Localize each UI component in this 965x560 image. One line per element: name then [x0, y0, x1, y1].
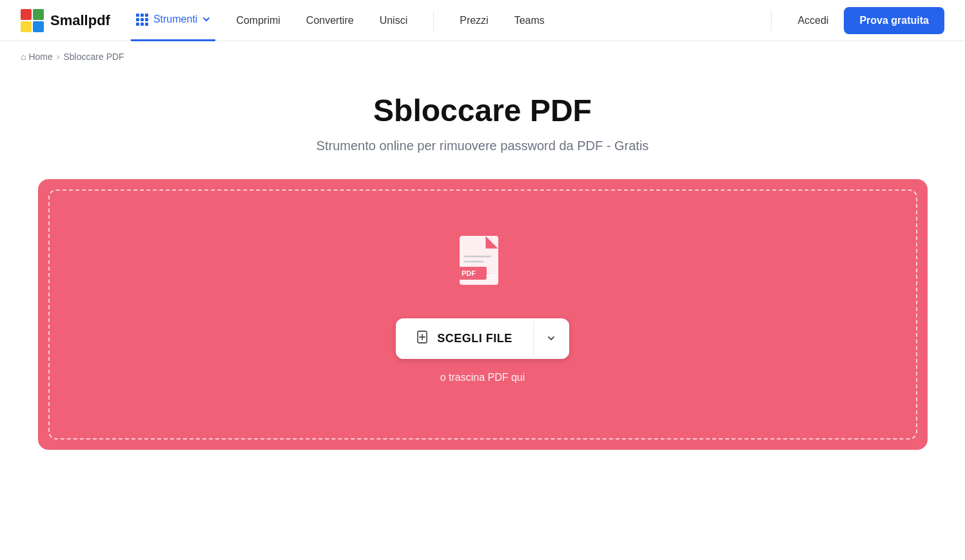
grid-icon [136, 14, 148, 26]
svg-rect-3 [33, 21, 44, 32]
svg-text:PDF: PDF [462, 269, 476, 277]
chevron-down-icon [202, 15, 210, 23]
file-button-group: SCEGLI FILE [396, 318, 569, 359]
logo-link[interactable]: Smallpdf [21, 9, 110, 32]
nav-teams[interactable]: Teams [504, 0, 555, 41]
navbar: Smallpdf Strumenti Comprimi Convertire U… [0, 0, 965, 41]
drop-zone-border [48, 189, 917, 439]
nav-strumenti[interactable]: Strumenti [131, 0, 215, 41]
drag-drop-label: o trascina PDF qui [440, 372, 525, 383]
svg-rect-1 [33, 9, 44, 20]
pdf-icon-wrapper: PDF [457, 233, 509, 298]
page-title: Sbloccare PDF [373, 93, 592, 128]
nav-accedi[interactable]: Accedi [787, 0, 839, 41]
dropdown-button[interactable] [533, 322, 569, 355]
strumenti-label: Strumenti [153, 14, 197, 25]
file-add-icon [416, 330, 431, 347]
chevron-down-icon [546, 333, 556, 343]
scegli-file-label: SCEGLI FILE [437, 332, 512, 345]
nav-comprimi[interactable]: Comprimi [226, 0, 290, 41]
prova-gratuita-button[interactable]: Prova gratuita [844, 7, 944, 34]
nav-unisci[interactable]: Unisci [369, 0, 418, 41]
svg-rect-2 [21, 21, 32, 32]
pdf-file-icon: PDF [457, 233, 509, 295]
brand-name: Smallpdf [50, 12, 110, 29]
drop-zone[interactable]: PDF SCEGLI FILE [38, 179, 928, 450]
nav-convertire[interactable]: Convertire [296, 0, 364, 41]
main-content: Sbloccare PDF Strumento online per rimuo… [0, 72, 965, 488]
page-subtitle: Strumento online per rimuovere password … [317, 139, 649, 153]
breadcrumb-current: Sbloccare PDF [64, 52, 124, 62]
breadcrumb-separator: › [57, 52, 60, 62]
svg-rect-0 [21, 9, 32, 20]
nav-prezzi[interactable]: Prezzi [449, 0, 498, 41]
breadcrumb: ⌂ Home › Sbloccare PDF [0, 41, 965, 72]
home-icon: ⌂ [21, 52, 26, 62]
nav-separator-2 [771, 10, 772, 31]
nav-separator [433, 10, 434, 31]
breadcrumb-home[interactable]: ⌂ Home [21, 52, 53, 62]
logo-icon [21, 9, 44, 32]
scegli-file-button[interactable]: SCEGLI FILE [396, 318, 533, 359]
